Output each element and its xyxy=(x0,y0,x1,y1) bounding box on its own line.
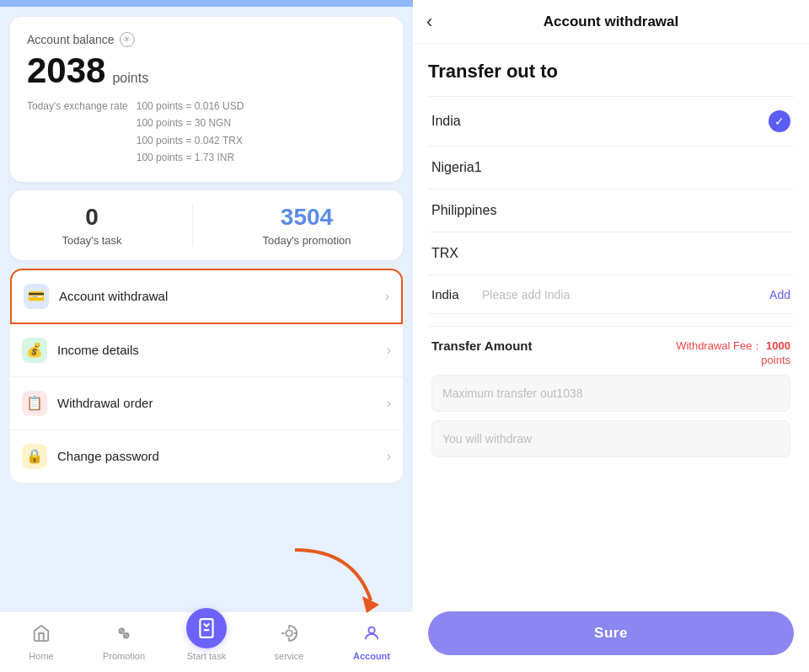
fee-unit: points xyxy=(761,354,790,366)
withdraw-box[interactable]: You will withdraw xyxy=(431,420,790,457)
menu-text-password: Change password xyxy=(57,449,377,463)
chevron-right-icon-3: › xyxy=(387,396,391,411)
transfer-heading: Transfer out to xyxy=(428,61,794,83)
order-icon: 📋 xyxy=(22,391,47,416)
menu-list: 💳 Account withdrawal › 💰 Income details … xyxy=(10,269,403,483)
nav-item-account[interactable]: Account xyxy=(330,618,413,661)
country-name-trx: TRX xyxy=(431,246,458,261)
india-add-label: India xyxy=(431,287,474,301)
exchange-line-2: 100 points = 30 NGN xyxy=(137,115,244,131)
top-bar xyxy=(0,0,413,7)
transfer-amount-header: Transfer Amount Withdrawal Fee： 1000 poi… xyxy=(431,339,790,366)
nav-item-service[interactable]: service xyxy=(248,618,330,661)
nav-item-home[interactable]: Home xyxy=(0,618,83,661)
transfer-amount-section: Transfer Amount Withdrawal Fee： 1000 poi… xyxy=(428,326,794,469)
balance-number: 2038 xyxy=(27,51,105,91)
home-icon-wrap xyxy=(26,618,56,648)
country-list: India ✓ Nigeria1 Philippines TRX xyxy=(428,96,794,275)
task-divider xyxy=(192,204,193,246)
right-body: Transfer out to India ✓ Nigeria1 Philipp… xyxy=(413,44,809,598)
menu-item-income[interactable]: 💰 Income details › xyxy=(10,324,403,377)
promotion-label: Today's promotion xyxy=(262,234,351,247)
exchange-line-1: 100 points = 0.016 USD xyxy=(137,98,244,115)
balance-label: Account balance xyxy=(27,33,115,46)
sure-btn-wrap: Sure xyxy=(413,598,809,672)
menu-item-password[interactable]: 🔒 Change password › xyxy=(10,430,403,483)
country-item-trx[interactable]: TRX xyxy=(428,232,794,275)
menu-item-order[interactable]: 📋 Withdrawal order › xyxy=(10,377,403,430)
task-card: 0 Today's task 3504 Today's promotion xyxy=(10,190,403,260)
account-icon-wrap xyxy=(356,618,387,648)
balance-card: Account balance 👁 2038 points Today's ex… xyxy=(10,17,403,182)
menu-item-withdrawal[interactable]: 💳 Account withdrawal › xyxy=(10,269,403,324)
add-link[interactable]: Add xyxy=(769,288,790,301)
country-name-india: India xyxy=(431,114,461,129)
exchange-values: 100 points = 0.016 USD 100 points = 30 N… xyxy=(137,98,244,167)
promotion-count: 3504 xyxy=(281,204,333,231)
withdrawal-fee: Withdrawal Fee： 1000 points xyxy=(676,339,790,366)
nav-item-promotion[interactable]: Promotion xyxy=(83,618,165,661)
left-content: Account balance 👁 2038 points Today's ex… xyxy=(0,7,413,611)
password-icon: 🔒 xyxy=(22,444,47,469)
nav-label-promotion: Promotion xyxy=(103,651,145,661)
income-icon: 💰 xyxy=(22,338,47,363)
withdraw-placeholder: You will withdraw xyxy=(442,432,532,445)
exchange-line-3: 100 points = 0.042 TRX xyxy=(137,132,244,149)
menu-text-order: Withdrawal order xyxy=(57,396,377,410)
country-name-philippines: Philippines xyxy=(431,203,496,218)
country-name-nigeria: Nigeria1 xyxy=(431,160,482,175)
menu-text-income: Income details xyxy=(57,343,377,357)
task-label: Today's task xyxy=(62,234,121,247)
country-item-philippines[interactable]: Philippines xyxy=(428,189,794,232)
country-item-india[interactable]: India ✓ xyxy=(428,97,794,147)
nav-label-home: Home xyxy=(29,651,53,661)
task-count: 0 xyxy=(85,204,99,231)
svg-point-12 xyxy=(368,627,374,633)
chevron-right-icon-4: › xyxy=(387,449,391,464)
service-icon-wrap xyxy=(274,618,304,648)
right-panel: ‹ Account withdrawal Transfer out to Ind… xyxy=(413,0,809,672)
svg-rect-5 xyxy=(200,619,212,637)
right-header: ‹ Account withdrawal xyxy=(413,0,809,44)
withdrawal-icon: 💳 xyxy=(24,284,49,309)
exchange-rate: Today's exchange rate 100 points = 0.016… xyxy=(27,98,386,167)
check-icon-india: ✓ xyxy=(769,110,790,132)
bottom-nav: Home Promotion Start task xyxy=(0,611,413,672)
promotion-icon-wrap xyxy=(109,618,139,648)
sure-button[interactable]: Sure xyxy=(428,611,794,655)
fee-value: 1000 xyxy=(766,339,790,352)
india-add-placeholder: Please add India xyxy=(482,288,761,301)
balance-unit: points xyxy=(112,71,148,86)
nav-label-account: Account xyxy=(353,651,390,661)
chevron-right-icon-2: › xyxy=(387,343,391,358)
india-add-row: India Please add India Add xyxy=(428,275,794,314)
country-item-nigeria[interactable]: Nigeria1 xyxy=(428,147,794,189)
svg-point-7 xyxy=(286,630,292,636)
nav-label-service: service xyxy=(275,651,304,661)
fee-label: Withdrawal Fee： xyxy=(676,339,763,352)
exchange-line-4: 100 points = 1.73 INR xyxy=(137,149,244,166)
nav-item-start-task[interactable]: Start task xyxy=(165,618,248,661)
max-transfer-placeholder: Maximum transfer out1038 xyxy=(442,387,583,400)
nav-label-start-task: Start task xyxy=(187,651,226,661)
menu-text-withdrawal: Account withdrawal xyxy=(59,289,375,303)
balance-amount: 2038 points xyxy=(27,51,386,91)
back-button[interactable]: ‹ xyxy=(426,11,432,33)
eye-icon[interactable]: 👁 xyxy=(120,32,135,47)
left-panel: Account balance 👁 2038 points Today's ex… xyxy=(0,0,413,672)
right-title: Account withdrawal xyxy=(544,13,679,30)
chevron-right-icon: › xyxy=(385,289,389,304)
start-task-icon-wrap xyxy=(186,608,227,648)
balance-header: Account balance 👁 xyxy=(27,32,386,47)
task-item-promotion: 3504 Today's promotion xyxy=(262,204,351,247)
transfer-amount-label: Transfer Amount xyxy=(431,339,532,353)
max-transfer-input[interactable]: Maximum transfer out1038 xyxy=(431,375,790,412)
exchange-label: Today's exchange rate xyxy=(27,98,128,167)
task-item-task: 0 Today's task xyxy=(62,204,121,247)
